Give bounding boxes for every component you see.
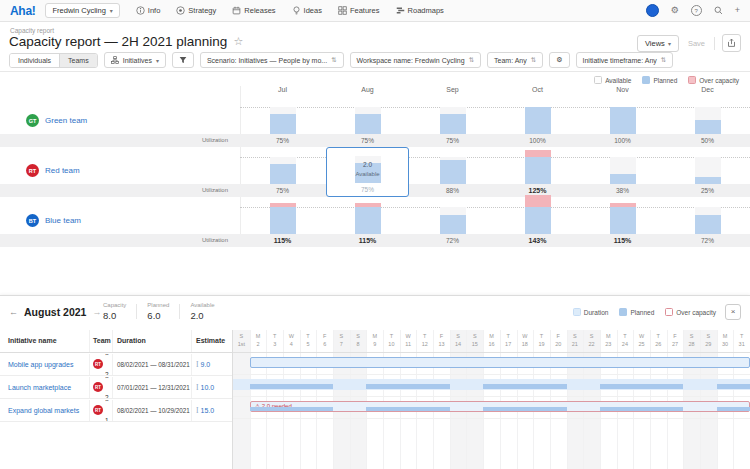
nav-item-roadmaps[interactable]: Roadmaps xyxy=(388,0,452,22)
filter-dropdown[interactable]: Scenario: Initiatives — People by mo...⇅ xyxy=(200,52,344,68)
filter-dropdown[interactable]: Team: Any⇅ xyxy=(487,52,543,68)
estimate-icon: I xyxy=(196,360,199,369)
capacity-cell[interactable] xyxy=(665,197,750,234)
prev-month-arrow-icon[interactable]: ← xyxy=(9,307,18,317)
nav-item-strategy[interactable]: Strategy xyxy=(168,0,224,22)
utilization-values: 115%115%72%143%115%72% xyxy=(240,234,750,247)
day-number: 11 xyxy=(400,341,417,349)
planned-bar xyxy=(610,207,636,234)
hierarchy-icon xyxy=(111,56,119,64)
initiative-cell: Launch marketplace xyxy=(0,377,90,398)
page-title: Capacity report — 2H 2021 planning ☆ xyxy=(9,34,243,49)
breadcrumb[interactable]: Capacity report xyxy=(10,27,54,34)
day-header: S21 xyxy=(567,333,584,349)
next-month-arrow-icon[interactable]: → xyxy=(92,307,101,317)
gantt-area: S1stM2T3W4T5F6S7S8M9T10W11T12F13S14S15M1… xyxy=(232,330,750,469)
capacity-cell[interactable] xyxy=(410,97,495,134)
capacity-cell[interactable] xyxy=(580,97,665,134)
filter-dropdown-label: Team: Any xyxy=(494,57,527,64)
filter-settings-button[interactable]: ⚙ xyxy=(549,52,569,68)
capacity-cell[interactable] xyxy=(495,147,580,184)
settings-gear-icon[interactable]: ⚙ xyxy=(671,6,679,15)
team-avatar[interactable]: RT xyxy=(26,164,39,177)
stat-value: 2.0 xyxy=(190,310,214,321)
nav-item-label: Releases xyxy=(244,6,275,15)
toggle-individuals[interactable]: Individuals xyxy=(10,54,59,67)
utilization-value: 38% xyxy=(580,184,665,197)
user-avatar[interactable] xyxy=(646,4,659,17)
day-header: M2 xyxy=(250,333,267,349)
day-letter: T xyxy=(266,333,283,341)
views-button[interactable]: Views ▾ xyxy=(637,35,679,52)
day-header: F20 xyxy=(550,333,567,349)
capacity-cell[interactable] xyxy=(240,197,325,234)
add-icon[interactable]: + xyxy=(735,6,740,15)
nav-item-releases[interactable]: Releases xyxy=(224,0,283,22)
capacity-cell[interactable] xyxy=(665,97,750,134)
capacity-cell[interactable] xyxy=(495,197,580,234)
nav-item-info[interactable]: Info xyxy=(128,0,169,22)
favorite-star-icon[interactable]: ☆ xyxy=(233,35,243,48)
capacity-cell[interactable] xyxy=(325,97,410,134)
day-number: 6 xyxy=(316,341,333,349)
workspace-selector[interactable]: Fredwin Cycling ▾ xyxy=(45,3,119,18)
search-icon[interactable] xyxy=(714,6,723,15)
utilization-value: 75% xyxy=(240,134,325,147)
capacity-cell[interactable] xyxy=(580,197,665,234)
estimate-value[interactable]: I15.0 xyxy=(196,400,214,421)
capacity-cell[interactable] xyxy=(495,97,580,134)
team-avatar[interactable]: GT xyxy=(26,114,39,127)
table-body: Mobile app upgradesRT× 208/02/2021 — 08/… xyxy=(0,353,232,422)
capacity-cell[interactable] xyxy=(410,197,495,234)
team-name-link[interactable]: Blue team xyxy=(45,216,81,225)
duration-text: 07/01/2021 — 12/31/2021 xyxy=(117,377,190,398)
help-icon[interactable]: ? xyxy=(691,5,702,16)
legend-item-top: Available xyxy=(594,76,631,84)
capacity-cell[interactable] xyxy=(240,97,325,134)
initiative-name-link[interactable]: Mobile app upgrades xyxy=(8,354,73,375)
table-row: Launch marketplaceRT× 207/01/2021 — 12/3… xyxy=(0,376,232,399)
filter-funnel-button[interactable] xyxy=(172,52,194,68)
aha-logo[interactable]: Aha! xyxy=(10,4,35,18)
day-number: 12 xyxy=(416,341,433,349)
initiative-cell: Expand global markets xyxy=(0,400,90,421)
share-button[interactable] xyxy=(722,34,741,52)
divider xyxy=(714,37,715,50)
close-panel-button[interactable]: × xyxy=(725,304,741,320)
save-button[interactable]: Save xyxy=(686,36,707,51)
initiative-name-link[interactable]: Expand global markets xyxy=(8,400,79,421)
month-label: Dec xyxy=(665,86,750,97)
page-title-text: Capacity report — 2H 2021 planning xyxy=(9,34,227,49)
filter-dropdown[interactable]: Workspace name: Fredwin Cycling⇅ xyxy=(350,52,481,68)
nav-item-features[interactable]: Features xyxy=(330,0,388,22)
day-header: S29 xyxy=(700,333,717,349)
planned-bar xyxy=(525,157,551,184)
day-header: W4 xyxy=(283,333,300,349)
selected-capacity-cell[interactable]: 2.0Available75% xyxy=(326,147,409,197)
capacity-cell[interactable] xyxy=(240,147,325,184)
estimate-value[interactable]: I10.0 xyxy=(196,377,214,398)
filter-dropdown[interactable]: Initiative timeframe: Any⇅ xyxy=(576,52,674,68)
utilization-value: 50% xyxy=(665,134,750,147)
column-header-initiative-name: Initiative name xyxy=(0,330,90,352)
initiatives-dropdown[interactable]: Initiatives ▾ xyxy=(104,52,166,68)
nav-item-label: Ideas xyxy=(304,6,322,15)
planned-bar xyxy=(695,177,721,184)
team-count: × 2 xyxy=(105,377,112,398)
day-letter: W xyxy=(517,333,534,341)
planned-bar xyxy=(355,207,381,234)
team-avatar[interactable]: BT xyxy=(26,214,39,227)
capacity-cell[interactable] xyxy=(580,147,665,184)
toggle-teams[interactable]: Teams xyxy=(59,54,97,67)
team-name-link[interactable]: Green team xyxy=(45,116,87,125)
day-letter: S xyxy=(333,333,350,341)
duration-gantt-bar[interactable] xyxy=(250,357,750,368)
capacity-cell[interactable] xyxy=(665,147,750,184)
team-name-link[interactable]: Red team xyxy=(45,166,80,175)
nav-item-ideas[interactable]: Ideas xyxy=(284,0,330,22)
initiative-name-link[interactable]: Launch marketplace xyxy=(8,377,71,398)
day-header: M9 xyxy=(366,333,383,349)
estimate-value[interactable]: I9.0 xyxy=(196,354,210,375)
capacity-cell[interactable] xyxy=(325,197,410,234)
capacity-cell[interactable] xyxy=(410,147,495,184)
